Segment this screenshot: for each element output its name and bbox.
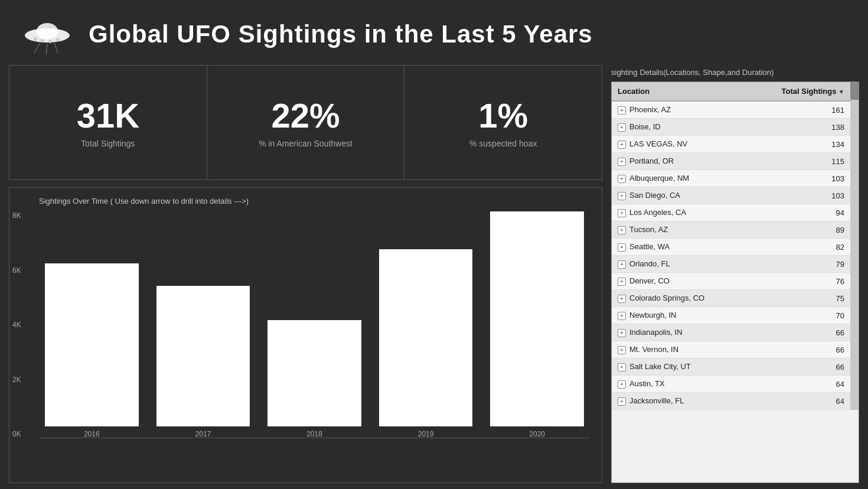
table-row: +Portland, OR115: [612, 153, 850, 170]
cell-location: +Los Angeles, CA: [612, 204, 748, 221]
cell-location: +Albuquerque, NM: [612, 170, 748, 187]
page-title: Global UFO Sightings in the Last 5 Years: [89, 20, 593, 48]
svg-point-4: [48, 40, 52, 43]
cell-location: +Austin, TX: [612, 376, 748, 393]
table-row: +Denver, CO76: [612, 273, 850, 290]
kpi-row: 31K Total Sightings 22% % in American So…: [9, 65, 602, 180]
table-row: +Indianapolis, IN66: [612, 324, 850, 341]
expand-button[interactable]: +: [618, 209, 626, 217]
scrollbar[interactable]: [850, 82, 859, 410]
main-content: 31K Total Sightings 22% % in American So…: [0, 65, 868, 489]
cell-location: +LAS VEGAS, NV: [612, 136, 748, 153]
cell-location: +Jacksonville, FL: [612, 393, 748, 410]
expand-button[interactable]: +: [618, 106, 626, 115]
table-section-title: sighting Details(Locations, Shape,and Du…: [611, 65, 859, 82]
sort-indicator: ▼: [838, 89, 844, 95]
x-axis-line: [39, 438, 590, 438]
bar-group-2019: 2019: [379, 211, 473, 438]
table-row: +San Diego, CA103: [612, 187, 850, 204]
table-row: +Mt. Vernon, IN66: [612, 341, 850, 358]
bar-group-2017: 2017: [156, 211, 250, 438]
expand-button[interactable]: +: [618, 226, 626, 234]
expand-button[interactable]: +: [618, 243, 626, 252]
bar-group-2018: 2018: [267, 211, 361, 438]
cell-sightings: 66: [748, 341, 850, 358]
bar-label-2019: 2019: [418, 430, 434, 438]
cell-sightings: 103: [748, 170, 850, 187]
kpi-value-3: 1%: [478, 97, 528, 135]
cell-location: +Salt Lake City, UT: [612, 358, 748, 376]
cell-location: +Phoenix, AZ: [612, 101, 748, 119]
expand-button[interactable]: +: [618, 158, 626, 166]
expand-button[interactable]: +: [618, 295, 626, 303]
sightings-table: Location Total Sightings ▼ +Phoenix, AZ1…: [612, 82, 850, 410]
table-row: +Colorado Springs, CO75: [612, 290, 850, 307]
expand-button[interactable]: +: [618, 363, 626, 371]
chart-area: 8K 6K 4K 2K 0K 20162017201820192020: [39, 211, 590, 456]
cell-sightings: 76: [748, 273, 850, 290]
expand-button[interactable]: +: [618, 123, 626, 132]
table-row: +Los Angeles, CA94: [612, 204, 850, 221]
y-axis-labels: 8K 6K 4K 2K 0K: [12, 211, 21, 438]
expand-button[interactable]: +: [618, 192, 626, 200]
cell-location: +Seattle, WA: [612, 239, 748, 256]
table-row: +Seattle, WA82: [612, 239, 850, 256]
table-row: +Jacksonville, FL64: [612, 393, 850, 410]
svg-point-1: [37, 23, 58, 40]
cell-location: +Denver, CO: [612, 273, 748, 290]
bar-group-2020: 2020: [490, 211, 584, 438]
expand-button[interactable]: +: [618, 175, 626, 183]
bar-2016: [45, 263, 139, 426]
kpi-total-sightings: 31K Total Sightings: [9, 66, 207, 180]
bar-2019: [379, 249, 473, 426]
expand-button[interactable]: +: [618, 397, 626, 406]
scrollbar-thumb[interactable]: [850, 82, 859, 100]
kpi-label-1: Total Sightings: [81, 139, 135, 148]
svg-point-3: [41, 39, 44, 43]
left-panel: 31K Total Sightings 22% % in American So…: [9, 65, 602, 483]
ufo-icon: [18, 11, 77, 58]
chart-title: Sightings Over Time ( Use down arrow to …: [39, 197, 590, 206]
expand-button[interactable]: +: [618, 312, 626, 320]
header: Global UFO Sightings in the Last 5 Years: [0, 0, 868, 65]
kpi-value-1: 31K: [77, 97, 139, 135]
expand-button[interactable]: +: [618, 141, 626, 149]
kpi-suspected-hoax: 1% % suspected hoax: [404, 66, 602, 180]
cell-sightings: 79: [748, 256, 850, 273]
bar-2020: [490, 211, 584, 426]
kpi-label-3: % suspected hoax: [469, 139, 537, 148]
col-header-sightings: Total Sightings ▼: [748, 82, 850, 101]
cell-sightings: 75: [748, 290, 850, 307]
cell-sightings: 66: [748, 324, 850, 341]
cell-location: +Indianapolis, IN: [612, 324, 748, 341]
svg-point-2: [34, 37, 37, 41]
cell-location: +Mt. Vernon, IN: [612, 341, 748, 358]
cell-sightings: 138: [748, 119, 850, 136]
table-with-scroll: Location Total Sightings ▼ +Phoenix, AZ1…: [612, 82, 859, 410]
svg-line-8: [54, 43, 58, 53]
y-label-8k: 8K: [12, 211, 21, 220]
table-row: +Boise, ID138: [612, 119, 850, 136]
cell-sightings: 64: [748, 376, 850, 393]
bar-2018: [267, 320, 361, 426]
bar-label-2016: 2016: [84, 430, 100, 438]
expand-button[interactable]: +: [618, 260, 626, 269]
bar-group-2016: 2016: [45, 211, 139, 438]
bar-chart: Sightings Over Time ( Use down arrow to …: [9, 187, 602, 483]
expand-button[interactable]: +: [618, 346, 626, 354]
table-scroll-area: Location Total Sightings ▼ +Phoenix, AZ1…: [612, 82, 850, 410]
kpi-american-southwest: 22% % in American Southwest: [207, 66, 405, 180]
cell-location: +Colorado Springs, CO: [612, 290, 748, 307]
expand-button[interactable]: +: [618, 278, 626, 286]
y-label-4k: 4K: [12, 321, 21, 329]
expand-button[interactable]: +: [618, 380, 626, 389]
cell-sightings: 103: [748, 187, 850, 204]
cell-sightings: 115: [748, 153, 850, 170]
expand-button[interactable]: +: [618, 329, 626, 337]
table-row: +Tucson, AZ89: [612, 221, 850, 239]
cell-sightings: 89: [748, 221, 850, 239]
table-row: +Albuquerque, NM103: [612, 170, 850, 187]
table-row: +Newburgh, IN70: [612, 307, 850, 324]
cell-sightings: 70: [748, 307, 850, 324]
table-header-row: Location Total Sightings ▼: [612, 82, 850, 101]
